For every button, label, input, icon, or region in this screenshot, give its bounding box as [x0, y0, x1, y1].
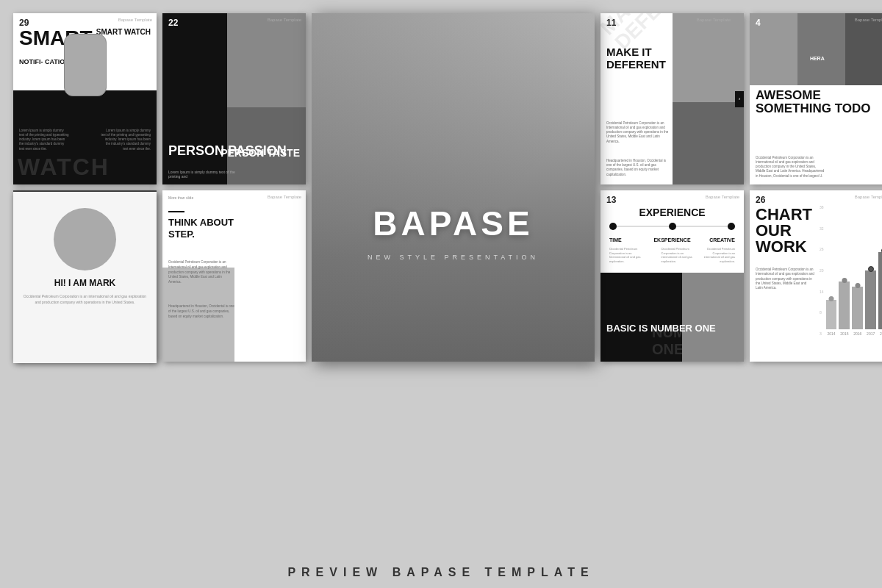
slide-22-photo1: [227, 13, 306, 107]
slide-exp-dot2: [669, 223, 676, 230]
slide-29-template: Bapase Template: [118, 18, 152, 22]
slide-exp-dot1: [609, 223, 617, 230]
slide-mark-hi: HI! I AM MARK: [13, 278, 157, 288]
slide-exp-dot3: [728, 223, 735, 230]
slide-awesome: 4 Bapase Template HERA BAPASE AWESOME SO…: [750, 13, 882, 184]
bar-label-2015: 2015: [840, 331, 848, 336]
bar-col-2015: 2015: [839, 282, 850, 336]
slide-exp-t3: CREATIVE: [709, 237, 735, 243]
slide-awesome-p2: [797, 13, 845, 85]
slide-exp-title: EXPERIENCE: [600, 207, 744, 218]
slide-awesome-p3: [845, 13, 882, 85]
center-title: BAPASE: [373, 204, 533, 243]
slide-think: More than slide Bapase Template THINK AB…: [162, 190, 306, 362]
slide-22-taste: PERSON TASTE: [220, 148, 300, 159]
slide-11-body1: Occidental Petroleum Corporation is an I…: [606, 121, 669, 144]
slide-11-body2: Headquartered in Houston, Occidental is …: [606, 159, 669, 177]
slide-chart: 26 Bapase Template CHART OUR WORK Occide…: [750, 190, 882, 362]
bar-2016: [852, 287, 863, 329]
slide-exp-t2: EKSPERIENCE: [653, 237, 690, 243]
bar-2017: [865, 270, 876, 329]
slide-22-num: 22: [168, 18, 178, 28]
bar-2015: [839, 282, 850, 329]
slide-exp-basic: BASIC IS NUMBER ONE: [606, 323, 716, 334]
slide-29-notif: NOTIFI- CATION: [19, 59, 70, 66]
slide-exp-timeline: [609, 226, 735, 227]
slide-awesome-hera: HERA: [810, 56, 825, 61]
y-label-5: 14: [820, 290, 824, 294]
slide-chart-template: Bapase Template: [855, 195, 882, 199]
bar-col-2016: 2016: [852, 287, 863, 336]
slide-center: | | BAPASE NEW STYLE PRESENTATION: [312, 13, 595, 362]
slide-11-num: 11: [606, 18, 616, 28]
bar-label-2017: 2017: [867, 331, 875, 336]
bar-dot-2017: [868, 266, 874, 272]
bar-col-2014: 2014: [826, 300, 837, 336]
y-label-7: 3: [820, 331, 824, 336]
slide-mark-circle: [54, 208, 116, 270]
slide-22-body: Lorem Ipsum is simply dummy text of the …: [168, 170, 242, 179]
page-container: 29 Bapase Template SMART NOTIFI- CATION …: [0, 0, 882, 588]
bar-col-2018: 2018: [878, 252, 882, 336]
bottom-label: PREVIEW BAPASE TEMPLATE: [0, 566, 882, 579]
slide-chart-body: Occidental Petroleum Corporation is an I…: [756, 268, 814, 290]
slide-29: 29 Bapase Template SMART NOTIFI- CATION …: [13, 13, 157, 184]
slide-awesome-title: AWESOME SOMETHING TODO: [756, 89, 882, 116]
slide-11-template: Bapase Template: [697, 18, 731, 22]
slide-29-watermark: WATCH: [18, 154, 110, 181]
bar-col-2017: 2017: [865, 270, 876, 336]
slide-11-heading: MAKE IT DEFERENT: [606, 46, 673, 71]
slide-11-arrow: ›: [735, 91, 744, 107]
slide-29-watch-img: [64, 34, 107, 96]
slide-think-body2: Headquartered in Houston, Occidental is …: [168, 304, 234, 319]
slide-mark: HI! I AM MARK Occidental Petroleum Corpo…: [13, 192, 157, 363]
y-label-4: 20: [820, 268, 824, 273]
slide-29-body2: Lorem Ipsum is simply dummy text of the …: [101, 129, 151, 151]
slide-exp-num: 13: [606, 195, 616, 205]
slide-chart-title: CHART OUR WORK: [756, 207, 829, 255]
slide-29-sw: SMART WATCH: [96, 28, 151, 37]
slide-11: 11 Bapase Template MAKE IT DEFE- RENT MA…: [600, 13, 744, 184]
slide-exp-t1: TIME: [609, 237, 622, 243]
slide-exp: 13 Bapase Template EXPERIENCE TIME EKSPE…: [600, 190, 744, 362]
slide-mark-body: Occidental Petroleum Corporation is an i…: [22, 294, 148, 305]
bar-2018: [878, 252, 882, 329]
slide-exp-b3: Occidental Petroleum Corporation is an i…: [697, 247, 735, 263]
slide-11-photo1: [673, 13, 745, 102]
slide-22: 22 Bapase Template PERSON PASSION PERSON…: [162, 13, 306, 184]
slide-think-bar: [168, 211, 184, 212]
bar-2014: [826, 300, 837, 329]
bar-dot-2016: [855, 283, 860, 288]
slide-think-body1: Occidental Petroleum Corporation is an I…: [168, 260, 234, 285]
center-person: [312, 13, 595, 362]
slide-29-num: 29: [19, 18, 29, 28]
slide-chart-num: 26: [756, 195, 765, 205]
y-label-6: 8: [820, 310, 824, 315]
slide-exp-b1: Occidental Petroleum Corporation is an I…: [609, 247, 648, 263]
slide-awesome-photos: [750, 13, 882, 85]
center-photo-bg: | | BAPASE NEW STYLE PRESENTATION: [312, 13, 595, 362]
slide-think-template: Bapase Template: [268, 195, 301, 199]
slide-awesome-body: Occidental Petroleum Corporation is an I…: [756, 156, 825, 179]
slide-exp-photo: [682, 273, 744, 362]
slide-awesome-num: 4: [756, 18, 761, 28]
slide-think-heading: THINK ABOUT STEP.: [168, 217, 242, 240]
slide-22-template: Bapase Template: [268, 18, 301, 22]
bar-dot-2015: [842, 278, 847, 283]
slide-exp-b2: Occidental Petroleum Corporation is an i…: [662, 247, 700, 263]
slide-11-photo2: [673, 102, 745, 184]
bar-label-2014: 2014: [827, 331, 835, 336]
slide-think-more: More than slide: [168, 196, 193, 200]
chart-bars: 2014 2015 2016: [826, 205, 882, 347]
slide-awesome-template: Bapase Template: [855, 18, 882, 22]
slide-29-body1: Lorem Ipsum is simply dummy text of the …: [19, 129, 69, 151]
slide-exp-template: Bapase Template: [706, 195, 739, 199]
bar-label-2016: 2016: [853, 331, 861, 336]
center-subtitle: NEW STYLE PRESENTATION: [368, 254, 539, 261]
bar-dot-2014: [829, 296, 834, 301]
